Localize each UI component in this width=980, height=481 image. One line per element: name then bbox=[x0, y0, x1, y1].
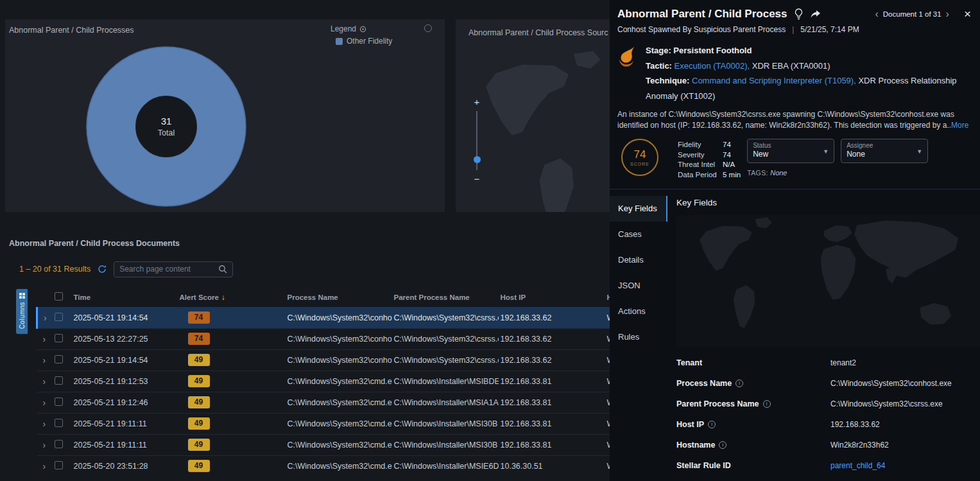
donut-total-label: Total bbox=[158, 128, 175, 137]
columns-button[interactable]: Columns bbox=[16, 289, 28, 334]
tactic-link[interactable]: Execution (TA0002), bbox=[675, 61, 750, 71]
legend-settings-icon[interactable] bbox=[359, 26, 366, 33]
field-row-process-name: Process Namei C:\Windows\System32\conhos… bbox=[676, 373, 980, 394]
cell-host-ip: 192.168.33.81 bbox=[499, 392, 605, 413]
row-checkbox[interactable] bbox=[55, 334, 63, 342]
alert-score-badge: 49 bbox=[188, 417, 210, 430]
col-header-host-ip[interactable]: Host IP bbox=[499, 288, 605, 307]
key-fields-list: Tenant tenant2 Process Namei C:\Windows\… bbox=[676, 353, 980, 476]
donut-chart-panel: Abnormal Parent / Child Processes Legend… bbox=[5, 19, 445, 212]
col-header-process-name[interactable]: Process Name bbox=[286, 288, 392, 307]
cell-host-ip: 192.168.33.62 bbox=[499, 307, 605, 328]
panel-options-icon[interactable] bbox=[424, 24, 432, 32]
zoom-slider-track[interactable] bbox=[476, 111, 477, 170]
cell-time: 2025-05-21 19:12:53 bbox=[72, 371, 178, 392]
row-expand-chevron[interactable]: › bbox=[39, 440, 46, 450]
field-value: 192.168.33.62 bbox=[830, 420, 880, 429]
select-all-checkbox[interactable] bbox=[55, 292, 63, 301]
content-title: Key Fields bbox=[676, 198, 980, 207]
cell-parent-process-name: C:\Windows\Installer\MSIBDE bbox=[392, 371, 499, 392]
field-row-stellar-rule-id: Stellar Rule ID parent_child_64 bbox=[676, 455, 980, 476]
detail-title: Abnormal Parent / Child Process bbox=[617, 8, 787, 21]
row-checkbox[interactable] bbox=[55, 461, 63, 469]
row-expand-chevron[interactable]: › bbox=[39, 419, 46, 429]
tab-key-fields[interactable]: Key Fields bbox=[610, 196, 667, 222]
cell-host-ip: 192.168.33.62 bbox=[499, 328, 605, 349]
field-row-hostname: Hostnamei Win2k8r2n33h62 bbox=[676, 435, 980, 455]
legend-label: Legend bbox=[331, 24, 356, 33]
col-header-alert-score[interactable]: Alert Score↓ bbox=[178, 288, 286, 307]
share-icon[interactable] bbox=[810, 10, 821, 19]
info-icon[interactable]: i bbox=[719, 441, 726, 449]
cell-time: 2025-05-21 19:12:46 bbox=[72, 392, 178, 413]
row-checkbox[interactable] bbox=[55, 398, 63, 406]
prev-document-chevron-icon[interactable]: ‹ bbox=[875, 10, 878, 19]
cell-process-name: C:\Windows\System32\conho bbox=[286, 349, 392, 371]
technique-link[interactable]: Command and Scripting Interpreter (T1059… bbox=[692, 76, 856, 85]
zoom-in-button[interactable]: + bbox=[474, 98, 480, 107]
col-header-time[interactable]: Time bbox=[72, 288, 178, 307]
tab-actions[interactable]: Actions bbox=[610, 299, 667, 324]
cell-process-name: C:\Windows\System32\cmd.e bbox=[286, 413, 392, 434]
donut-center: 31 Total bbox=[136, 96, 196, 157]
lightbulb-icon[interactable] bbox=[794, 8, 804, 20]
assignee-dropdown[interactable]: Assignee None ▼ bbox=[841, 139, 928, 163]
detail-header: Abnormal Parent / Child Process ‹ Docume… bbox=[610, 0, 980, 21]
alert-name: Conhost Spawned By Suspicious Parent Pro… bbox=[617, 25, 786, 34]
donut-chart[interactable]: 31 Total bbox=[86, 46, 246, 207]
key-fields-map bbox=[676, 215, 980, 347]
tab-json[interactable]: JSON bbox=[610, 273, 667, 299]
zoom-out-button[interactable]: − bbox=[474, 175, 480, 184]
row-expand-chevron[interactable]: › bbox=[39, 355, 46, 365]
grid-icon bbox=[19, 293, 25, 299]
info-icon[interactable]: i bbox=[763, 400, 771, 408]
field-row-tenant: Tenant tenant2 bbox=[676, 353, 980, 373]
row-checkbox[interactable] bbox=[55, 440, 63, 448]
legend-swatch bbox=[336, 38, 343, 45]
row-expand-chevron[interactable]: › bbox=[40, 313, 47, 323]
documents-section-title: Abnormal Parent / Child Process Document… bbox=[9, 239, 180, 248]
stellar-rule-id-link[interactable]: parent_child_64 bbox=[830, 461, 885, 470]
status-dropdown[interactable]: Status New ▼ bbox=[747, 139, 834, 163]
cell-parent-process-name: C:\Windows\Installer\MSIE6D bbox=[392, 455, 499, 477]
close-icon[interactable]: × bbox=[964, 9, 971, 19]
cell-host-ip: 10.36.30.51 bbox=[499, 455, 605, 477]
cell-time: 2025-05-20 23:51:28 bbox=[72, 455, 178, 477]
tab-cases[interactable]: Cases bbox=[610, 222, 667, 247]
row-expand-chevron[interactable]: › bbox=[39, 334, 46, 344]
info-icon[interactable]: i bbox=[708, 421, 716, 428]
cell-parent-process-name: C:\Windows\Installer\MSI30B bbox=[392, 434, 499, 455]
alert-score-badge: 49 bbox=[188, 354, 210, 366]
row-checkbox[interactable] bbox=[55, 355, 63, 363]
alert-score-badge: 49 bbox=[188, 375, 210, 387]
info-icon[interactable]: i bbox=[735, 380, 743, 387]
next-document-chevron-icon[interactable]: › bbox=[946, 10, 949, 19]
col-header-parent-process-name[interactable]: Parent Process Name bbox=[392, 288, 499, 307]
field-value: C:\Windows\System32\conhost.exe bbox=[830, 379, 952, 388]
cell-time: 2025-05-21 19:11:11 bbox=[72, 434, 178, 455]
row-checkbox[interactable] bbox=[55, 419, 63, 427]
row-expand-chevron[interactable]: › bbox=[39, 461, 46, 471]
cell-parent-process-name: C:\Windows\Installer\MSI30B bbox=[392, 413, 499, 434]
chart-legend: Legend Other Fidelity bbox=[331, 24, 392, 46]
cell-time: 2025-05-13 22:27:25 bbox=[72, 328, 178, 349]
row-expand-chevron[interactable]: › bbox=[39, 376, 46, 387]
row-checkbox[interactable] bbox=[55, 376, 63, 385]
cell-process-name: C:\Windows\System32\conho bbox=[286, 307, 392, 328]
zoom-slider-thumb[interactable] bbox=[474, 156, 481, 163]
score-metrics: Fidelity74 Severity74 Threat IntelN/A Da… bbox=[678, 139, 741, 180]
more-link[interactable]: More bbox=[951, 121, 968, 130]
refresh-icon[interactable] bbox=[98, 265, 107, 274]
cell-time: 2025-05-21 19:14:54 bbox=[72, 307, 178, 328]
cell-process-name: C:\Windows\System32\cmd.e bbox=[286, 371, 392, 392]
legend-item[interactable]: Other Fidelity bbox=[336, 37, 392, 46]
world-map bbox=[676, 215, 980, 347]
row-expand-chevron[interactable]: › bbox=[39, 398, 46, 408]
row-checkbox[interactable] bbox=[55, 313, 63, 321]
score-row: 74 SCORE Fidelity74 Severity74 Threat In… bbox=[610, 130, 980, 180]
tab-rules[interactable]: Rules bbox=[610, 324, 667, 350]
alert-score-badge: 49 bbox=[188, 396, 210, 408]
search-box bbox=[114, 261, 233, 277]
search-input[interactable] bbox=[119, 265, 218, 274]
tab-details[interactable]: Details bbox=[610, 247, 667, 273]
